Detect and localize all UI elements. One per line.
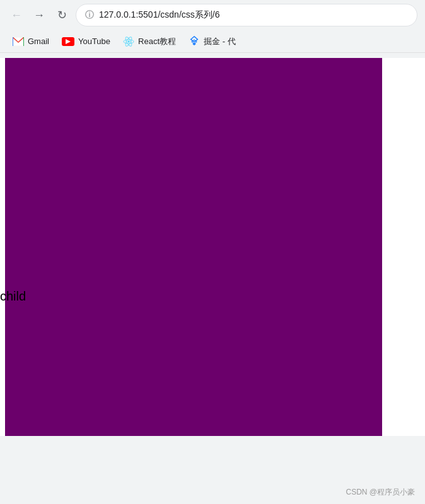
back-button[interactable]: ← [8, 6, 25, 24]
forward-icon: → [33, 9, 45, 22]
bookmark-react[interactable]: React教程 [118, 33, 181, 50]
reload-icon: ↻ [57, 8, 67, 22]
forward-button[interactable]: → [30, 6, 48, 24]
footer: CSDN @程序员小豪 [346, 487, 415, 498]
browser-content: child [0, 58, 425, 436]
gmail-icon [13, 37, 24, 46]
bookmark-youtube[interactable]: YouTube [57, 34, 115, 49]
purple-box: child [5, 58, 382, 436]
react-icon [123, 36, 134, 47]
youtube-icon [62, 37, 74, 46]
bookmark-juejin[interactable]: 掘金 - 代 [183, 33, 241, 50]
juejin-icon [189, 36, 200, 47]
reload-button[interactable]: ↻ [53, 6, 71, 24]
nav-bar: ← → ↻ ⓘ 127.0.0.1:5501/csdn/css系列/6 [0, 0, 425, 30]
footer-text: CSDN @程序员小豪 [346, 488, 415, 496]
bookmark-juejin-label: 掘金 - 代 [204, 36, 236, 47]
back-icon: ← [11, 9, 22, 22]
bookmark-gmail[interactable]: Gmail [8, 34, 54, 49]
bookmark-react-label: React教程 [138, 36, 176, 47]
browser-chrome: ← → ↻ ⓘ 127.0.0.1:5501/csdn/css系列/6 Gmai… [0, 0, 425, 53]
bookmark-gmail-label: Gmail [28, 37, 49, 46]
info-icon: ⓘ [85, 9, 94, 21]
bookmarks-bar: Gmail YouTube React教程 掘金 - 代 [0, 30, 425, 53]
bookmark-youtube-label: YouTube [78, 37, 110, 46]
address-text: 127.0.0.1:5501/csdn/css系列/6 [99, 9, 408, 21]
address-bar[interactable]: ⓘ 127.0.0.1:5501/csdn/css系列/6 [76, 4, 417, 26]
svg-point-3 [127, 40, 130, 43]
child-label: child [0, 289, 26, 304]
